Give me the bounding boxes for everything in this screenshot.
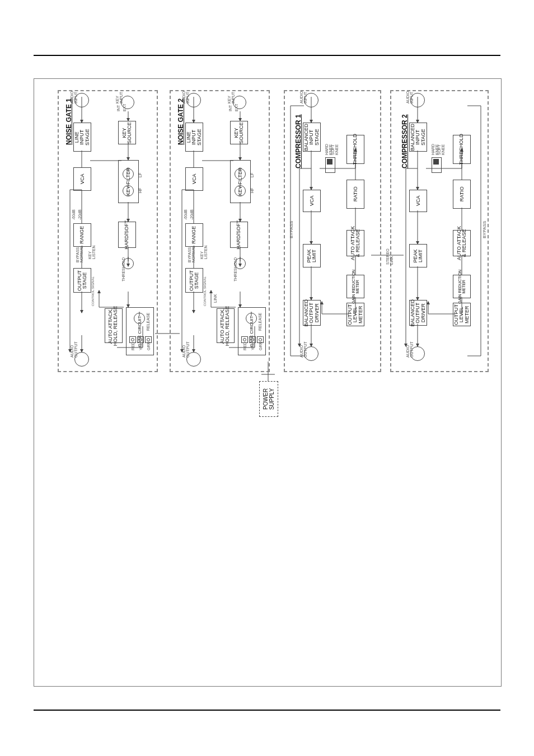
gate2-line-input-stage: LINEINPUTSTAGE [185, 123, 203, 152]
gate2-key-filter: KEY FILTER [230, 160, 251, 203]
gate2-int-label: INT [228, 105, 232, 111]
gate2-led-yel [249, 336, 256, 343]
gate2-m20-label: -20dB [190, 209, 194, 220]
gate1-audio-output-label: AUDIOOUTPUT [70, 341, 78, 358]
gate2-red-label: RED [243, 342, 247, 350]
gate2-hf-knob [235, 185, 246, 196]
comp1-bypass-label: BYPASS [289, 221, 294, 238]
gate2-hf-label: HF [250, 188, 254, 193]
comp1-audio-input-jack [304, 93, 318, 107]
comp1-gain-reduction-meter: GAIN REDUCTIONMETER [346, 275, 364, 298]
gate1-key-filter: KEY FILTER [118, 160, 139, 203]
comp2-sk-label: SOFTKNEE [437, 144, 445, 155]
gate2-vca: VCA [185, 167, 203, 191]
noise-gate-1-title: NOISE GATE 1 [65, 98, 73, 145]
gate2-release-knob [246, 313, 257, 324]
comp2-peak-limit: PEAKLIMIT [409, 244, 427, 267]
gate1-yel-label: YEL [139, 343, 143, 350]
gate1-keylisten-label: KEYLISTEN [88, 245, 96, 259]
comp2-vca: VCA [409, 190, 427, 212]
gate2-auto-attack: AUTO ATTACK,HOLD, RELEASE [217, 308, 235, 343]
comp1-output-level-meter: OUTPUTLEVELMETER [346, 303, 364, 326]
gate1-int-label: INT [116, 105, 120, 111]
gate1-ext-label: EXT [123, 104, 127, 111]
gate2-m60-label: -60dB [184, 209, 188, 220]
gate1-audio-input-jack [74, 93, 89, 107]
gate1-m60-label: -60dB [72, 209, 76, 220]
comp2-threshold: THRESHOLD [453, 135, 471, 164]
gate1-hf-label: HF [138, 188, 142, 193]
comp2-audio-output-label: AUDIOOUTPUT [406, 341, 414, 358]
gate1-key-source: KEYSOURCE [118, 121, 136, 144]
comp1-sk-label: SOFTKNEE [331, 144, 339, 155]
gate1-bypass-label: BYPASSNORMAL [76, 246, 83, 262]
gate2-audio-input-jack [186, 93, 201, 107]
comp1-ratio: RATIO [346, 180, 364, 209]
gate2-yel-label: YEL [251, 343, 255, 350]
gate2-keylisten-label: KEYLISTEN [200, 245, 208, 259]
gate2-bypass-label: BYPASSNORMAL [188, 246, 195, 262]
comp2-auto-attack-release: AUTO ATTACK& RELEASE [453, 230, 471, 256]
gate2-grn-label: GRN [259, 341, 263, 350]
gate2-audio-output-label: AUDIOOUTPUT [182, 341, 190, 358]
gate1-release-knob [134, 313, 145, 324]
gate2-hardsoft: HARD/SOFT [230, 222, 248, 248]
gate2-output-stage: OUTPUTSTAGE [185, 268, 203, 293]
gate2-release-label: RELEASE [258, 313, 262, 331]
gate1-led-yel [137, 336, 144, 343]
comp2-balanced-input: BALANCEDINPUTSTAGE [409, 123, 427, 152]
gate2-control-label: CONTROL SIGNAL [203, 276, 207, 306]
comp1-audio-output-label: AUDIOOUTPUT [299, 341, 307, 358]
gate1-vca: VCA [73, 167, 91, 191]
power-supply: POWERSUPPLY [259, 381, 278, 417]
gate2-lf-label: LF [250, 173, 254, 177]
gate1-auto-attack: AUTO ATTACK,HOLD, RELEASE [105, 308, 123, 343]
compressor-2-title: COMPRESSOR 2 [401, 114, 409, 168]
comp1-balanced-input: BALANCEDINPUTSTAGE [303, 123, 321, 152]
gate1-lf-knob [123, 168, 134, 180]
gate1-range: RANGE [73, 223, 91, 247]
gate1-hardsoft: HARD/SOFT [118, 222, 136, 248]
comp2-bypass-label: BYPASS [482, 221, 487, 238]
comp2-balanced-output: BALANCEDOUTPUTDRIVER [409, 300, 427, 326]
gate2-threshold-label: THRESHOLD [233, 257, 237, 281]
gate1-output-stage: OUTPUTSTAGE [73, 268, 91, 293]
gate2-link-label: LINK [213, 294, 217, 303]
gate1-grn-label: GRN [147, 341, 151, 350]
gate2-range: RANGE [185, 223, 203, 247]
comp1-balanced-output: BALANCEDOUTPUTDRIVER [303, 300, 321, 326]
gate1-threshold-label: THRESHOLD [121, 257, 125, 281]
gate1-line-input-stage: LINEINPUTSTAGE [73, 123, 91, 152]
comp1-stereo-link-label: STEREOLINK [386, 248, 394, 265]
gate2-ext-label: EXT [235, 104, 238, 111]
comp2-knee-toggle [432, 157, 442, 173]
gate1-lf-label: LF [138, 173, 142, 177]
gate1-red-label: RED [131, 342, 135, 350]
gate1-hf-knob [123, 185, 134, 196]
compressor-1-title: COMPRESSOR 1 [294, 114, 302, 168]
comp2-output-level-meter: OUTPUTLEVELMETER [453, 303, 471, 326]
comp1-threshold: THRESHOLD [346, 135, 364, 164]
comp2-audio-input-jack [410, 93, 425, 107]
gate2-key-source: KEYSOURCE [230, 121, 248, 144]
gate2-lf-knob [235, 168, 246, 180]
comp1-vca: VCA [303, 190, 321, 212]
gate1-control-label: CONTROL SIGNAL [91, 276, 95, 306]
comp1-auto-attack-release: AUTO ATTACK& RELEASE [346, 230, 364, 256]
comp1-knee-toggle [325, 157, 335, 173]
comp1-peak-limit: PEAKLIMIT [303, 244, 321, 267]
gate1-m20-label: -20dB [78, 209, 82, 220]
comp2-gain-reduction-meter: GAIN REDUCTIONMETER [453, 275, 471, 298]
comp2-ratio: RATIO [453, 180, 471, 209]
noise-gate-2-title: NOISE GATE 2 [177, 98, 185, 145]
gate1-release-label: RELEASE [146, 313, 150, 331]
